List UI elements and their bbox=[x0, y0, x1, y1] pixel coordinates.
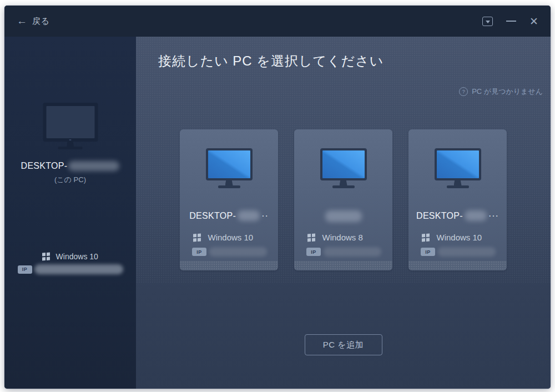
back-button[interactable]: ← 戻る bbox=[17, 16, 49, 27]
pc-not-found-help-link[interactable]: ? PC が見つかりません bbox=[459, 87, 543, 97]
remote-os-label: Windows 8 bbox=[322, 233, 363, 242]
redacted-ip-address bbox=[34, 264, 123, 274]
remote-monitor-icon bbox=[435, 148, 481, 188]
redacted-ip-address bbox=[209, 247, 267, 257]
remote-os-row: Windows 10 bbox=[422, 233, 482, 242]
remote-os-label: Windows 10 bbox=[208, 233, 254, 242]
remote-pc-name: DESKTOP-·· bbox=[180, 210, 278, 221]
pc-name-prefix: DESKTOP- bbox=[416, 211, 463, 221]
monitor-led bbox=[69, 139, 72, 141]
help-icon: ? bbox=[459, 87, 468, 96]
remote-pc-name bbox=[294, 210, 392, 222]
pc-card[interactable]: DESKTOP-·· Windows 10 IP bbox=[180, 129, 278, 270]
redacted-pc-name bbox=[238, 210, 260, 221]
redacted-pc-name bbox=[465, 210, 487, 221]
app-window: ← 戻る ✕ DESKTOP- (この PC) bbox=[4, 6, 551, 389]
remote-monitor-icon bbox=[320, 148, 367, 188]
pc-cards-row: DESKTOP-·· Windows 10 IP bbox=[136, 129, 551, 270]
add-pc-button[interactable]: PC を追加 bbox=[305, 334, 382, 355]
back-arrow-icon: ← bbox=[17, 16, 27, 26]
windows-logo-icon bbox=[422, 233, 430, 241]
back-button-label: 戻る bbox=[32, 16, 49, 27]
pc-card[interactable]: Windows 8 IP bbox=[294, 129, 392, 270]
redacted-pc-name bbox=[68, 161, 119, 171]
local-ip-row: IP bbox=[4, 264, 136, 274]
ip-badge: IP bbox=[18, 265, 32, 274]
local-os-label: Windows 10 bbox=[56, 252, 98, 261]
close-icon[interactable]: ✕ bbox=[529, 16, 538, 27]
pc-name-ellipsis: ·· bbox=[261, 211, 269, 221]
help-label: PC が見つかりません bbox=[472, 87, 543, 97]
windows-logo-icon bbox=[193, 233, 201, 241]
windows-logo-icon bbox=[307, 233, 315, 241]
local-os-row: Windows 10 bbox=[4, 252, 136, 261]
ip-badge: IP bbox=[306, 248, 321, 256]
remote-os-row: Windows 10 bbox=[193, 233, 253, 242]
pc-name-prefix: DESKTOP- bbox=[189, 211, 236, 221]
redacted-ip-address bbox=[324, 247, 381, 257]
titlebar: ← 戻る ✕ bbox=[4, 6, 551, 37]
window-controls: ✕ bbox=[482, 16, 538, 27]
pc-selection-panel: 接続したい PC を選択してください ? PC が見つかりません DESKTOP… bbox=[136, 37, 551, 389]
remote-pc-name: DESKTOP-··· bbox=[408, 210, 507, 221]
ip-badge: IP bbox=[192, 248, 206, 256]
minimize-icon[interactable] bbox=[506, 21, 516, 22]
local-pc-note: (この PC) bbox=[4, 175, 136, 185]
redacted-ip-address bbox=[438, 247, 496, 257]
local-pc-panel: DESKTOP- (この PC) Windows 10 IP bbox=[4, 37, 136, 389]
remote-monitor-icon bbox=[206, 148, 253, 188]
windows-logo-icon bbox=[42, 253, 50, 260]
redacted-pc-name bbox=[325, 210, 362, 222]
remote-os-row: Windows 8 bbox=[307, 233, 363, 242]
remote-ip-row: IP bbox=[192, 247, 267, 257]
ip-badge: IP bbox=[421, 248, 435, 256]
app-body: DESKTOP- (この PC) Windows 10 IP 接続したい PC … bbox=[4, 37, 551, 389]
remote-os-label: Windows 10 bbox=[437, 233, 482, 242]
remote-ip-row: IP bbox=[306, 247, 381, 257]
remote-ip-row: IP bbox=[421, 247, 496, 257]
local-pc-name: DESKTOP- bbox=[4, 161, 136, 171]
minimize-to-tray-icon[interactable] bbox=[482, 17, 493, 26]
pc-name-ellipsis: ··· bbox=[488, 211, 499, 221]
local-pc-name-prefix: DESKTOP- bbox=[21, 161, 68, 171]
pc-card[interactable]: DESKTOP-··· Windows 10 IP bbox=[408, 129, 507, 270]
caret-down-icon bbox=[486, 21, 490, 23]
local-monitor-icon bbox=[43, 103, 98, 149]
page-title: 接続したい PC を選択してください bbox=[158, 52, 384, 70]
